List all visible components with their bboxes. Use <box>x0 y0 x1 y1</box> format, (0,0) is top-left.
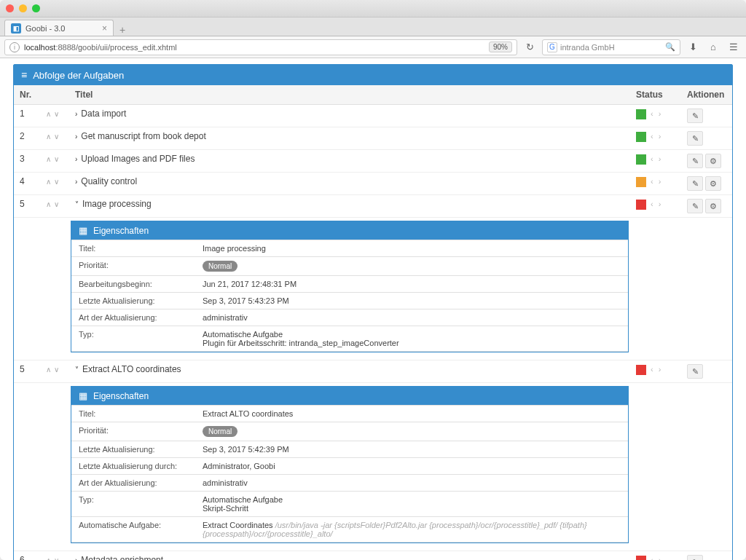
status-pager[interactable]: ‹ › <box>651 200 662 208</box>
zoom-level[interactable]: 90% <box>489 42 512 52</box>
task-actions <box>681 173 732 195</box>
property-row: Bearbeitungsbeginn:Jun 21, 2017 12:48:31… <box>71 276 628 293</box>
property-value: Normal <box>195 422 628 441</box>
traffic-lights <box>6 4 40 12</box>
task-row: 5∧ ∨˅Image processing‹ › <box>14 195 732 218</box>
move-down-icon[interactable]: ∨ <box>54 200 60 208</box>
browser-window: ◧ Goobi - 3.0 × + i localhost:8888/goobi… <box>0 0 746 560</box>
task-nr: 1 <box>14 105 40 127</box>
url-path: :8888/goobi/uii/process_edit.xhtml <box>55 43 176 52</box>
chevron-down-icon[interactable]: ˅ <box>75 200 79 208</box>
task-table: Nr. Titel Status Aktionen 1∧ ∨›Data impo… <box>14 85 732 560</box>
task-title-cell[interactable]: ›Upload Images and PDF files <box>69 150 630 173</box>
downloads-icon[interactable]: ⬇ <box>685 39 701 55</box>
configure-button[interactable] <box>705 199 721 213</box>
property-row: Priorität:Normal <box>71 422 628 441</box>
chevron-right-icon[interactable]: › <box>75 133 77 141</box>
chevron-right-icon[interactable]: › <box>75 110 77 118</box>
property-key: Letzte Aktualisierung durch: <box>71 458 195 475</box>
move-down-icon[interactable]: ∨ <box>54 110 60 118</box>
reorder-controls[interactable]: ∧ ∨ <box>40 173 69 195</box>
search-icon[interactable]: 🔍 <box>665 42 675 52</box>
move-up-icon[interactable]: ∧ <box>46 178 52 186</box>
move-up-icon[interactable]: ∧ <box>46 200 52 208</box>
move-up-icon[interactable]: ∧ <box>46 155 52 163</box>
property-key: Typ: <box>71 326 195 352</box>
close-window-button[interactable] <box>6 4 14 12</box>
task-title: Metadata enrichment <box>81 555 163 560</box>
status-pager[interactable]: ‹ › <box>651 154 662 163</box>
address-bar[interactable]: i localhost:8888/goobi/uii/process_edit.… <box>4 39 517 55</box>
tasks-panel-header: Abfolge der Aufgaben <box>14 65 732 85</box>
edit-button[interactable] <box>687 555 703 560</box>
status-pager[interactable]: ‹ › <box>651 109 662 118</box>
move-down-icon[interactable]: ∨ <box>54 556 60 560</box>
reorder-controls[interactable]: ∧ ∨ <box>40 105 69 127</box>
task-nr: 2 <box>14 127 40 150</box>
chevron-down-icon[interactable]: ˅ <box>75 366 79 374</box>
property-key: Art der Aktualisierung: <box>71 475 195 492</box>
new-tab-button[interactable]: + <box>114 24 131 36</box>
task-nr: 4 <box>14 173 40 195</box>
property-row: Letzte Aktualisierung:Sep 3, 2017 5:42:3… <box>71 441 628 458</box>
chevron-right-icon[interactable]: › <box>75 178 77 186</box>
status-pager[interactable]: ‹ › <box>651 132 662 141</box>
edit-button[interactable] <box>687 109 703 123</box>
home-icon[interactable]: ⌂ <box>705 39 721 55</box>
reorder-controls[interactable]: ∧ ∨ <box>40 150 69 173</box>
url-host: localhost <box>24 43 55 52</box>
status-box-red <box>636 556 646 560</box>
move-down-icon[interactable]: ∨ <box>54 133 60 141</box>
property-line: Automatische Aufgabe <box>203 495 621 504</box>
task-actions <box>681 195 732 218</box>
property-key: Art der Aktualisierung: <box>71 309 195 326</box>
property-value: administrativ <box>195 309 628 326</box>
task-title-cell[interactable]: ›Quality control <box>69 173 630 195</box>
move-down-icon[interactable]: ∨ <box>54 366 60 374</box>
properties-header: Eigenschaften <box>71 387 628 405</box>
search-placeholder: intranda GmbH <box>560 43 615 52</box>
browser-tab-active[interactable]: ◧ Goobi - 3.0 × <box>4 20 114 36</box>
task-title-cell[interactable]: ›Get manuscript from book depot <box>69 127 630 150</box>
reorder-controls[interactable]: ∧ ∨ <box>40 360 69 383</box>
move-up-icon[interactable]: ∧ <box>46 110 52 118</box>
status-pager[interactable]: ‹ › <box>651 365 662 374</box>
edit-button[interactable] <box>687 364 703 379</box>
task-title-cell[interactable]: ˅Image processing <box>69 195 630 218</box>
reload-icon[interactable]: ↻ <box>522 39 538 55</box>
chevron-right-icon[interactable]: › <box>75 155 77 163</box>
status-box-green <box>636 154 646 165</box>
task-title-cell[interactable]: ›Data import <box>69 105 630 127</box>
status-pager[interactable]: ‹ › <box>651 177 662 186</box>
col-status: Status <box>630 85 681 105</box>
configure-button[interactable] <box>705 154 721 168</box>
move-down-icon[interactable]: ∨ <box>54 155 60 163</box>
close-tab-icon[interactable]: × <box>102 23 107 33</box>
property-key: Letzte Aktualisierung: <box>71 293 195 309</box>
move-up-icon[interactable]: ∧ <box>46 133 52 141</box>
edit-button[interactable] <box>687 154 703 168</box>
move-down-icon[interactable]: ∨ <box>54 178 60 186</box>
menu-icon[interactable]: ☰ <box>726 39 742 55</box>
maximize-window-button[interactable] <box>32 4 40 12</box>
edit-button[interactable] <box>687 131 703 146</box>
properties-table: Titel:Image processingPriorität:NormalBe… <box>71 240 628 352</box>
task-row: 4∧ ∨›Quality control‹ › <box>14 173 732 195</box>
minimize-window-button[interactable] <box>19 4 27 12</box>
task-title-cell[interactable]: ›Metadata enrichment <box>69 551 630 561</box>
status-pager[interactable]: ‹ › <box>651 556 662 560</box>
move-up-icon[interactable]: ∧ <box>46 366 52 374</box>
edit-button[interactable] <box>687 199 703 213</box>
reorder-controls[interactable]: ∧ ∨ <box>40 551 69 561</box>
move-up-icon[interactable]: ∧ <box>46 556 52 560</box>
task-title-cell[interactable]: ˅Extract ALTO coordinates <box>69 360 630 383</box>
site-info-icon[interactable]: i <box>9 42 20 52</box>
favicon-icon: ◧ <box>11 23 21 33</box>
configure-button[interactable] <box>705 176 721 191</box>
edit-button[interactable] <box>687 176 703 191</box>
reorder-controls[interactable]: ∧ ∨ <box>40 195 69 218</box>
property-value: Extract ALTO coordinates <box>195 406 628 422</box>
reorder-controls[interactable]: ∧ ∨ <box>40 127 69 150</box>
search-engine-box[interactable]: G intranda GmbH 🔍 <box>542 39 680 55</box>
chevron-right-icon[interactable]: › <box>75 556 77 560</box>
